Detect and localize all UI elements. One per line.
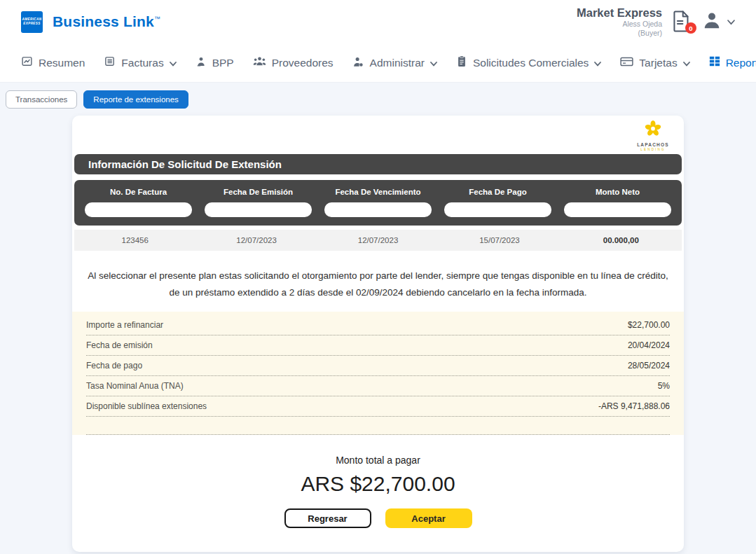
invoice-list-icon: [104, 55, 116, 70]
account-company: Market Express: [577, 6, 662, 20]
amex-logo-icon: AMERICAN EXPRESS: [21, 11, 43, 33]
chevron-down-icon: [170, 57, 177, 69]
disclaimer-text: Al seleccionar el presente plan estas so…: [81, 268, 676, 300]
nav-item-resumen[interactable]: Resumen: [21, 55, 85, 70]
cell-fecha-de-pago: 15/07/2023: [439, 236, 560, 244]
cell-no-de-factura: 123456: [74, 236, 195, 244]
chevron-down-icon: [683, 57, 690, 69]
detail-value: 28/05/2024: [628, 361, 670, 371]
account-info: Market Express Aless Ojeda (Buyer): [577, 6, 662, 39]
detail-value: 20/04/2024: [628, 340, 670, 350]
filter-fecha-de-emision-input[interactable]: [205, 202, 312, 217]
brand: AMERICAN EXPRESS Business Link™: [21, 11, 160, 33]
column-header: Monto Neto: [558, 188, 678, 196]
grid-icon: [709, 56, 720, 69]
user-avatar-icon: [701, 10, 722, 34]
filter-monto-neto-input[interactable]: [564, 202, 672, 217]
tab-reporte-de-extensiones[interactable]: Reporte de extensiones: [83, 90, 188, 109]
chart-icon: [21, 55, 33, 70]
vendor-name: LAPACHOS: [633, 142, 673, 147]
detail-value: 5%: [658, 381, 670, 391]
nav-item-reportes[interactable]: Reportes: [709, 56, 756, 69]
column-header: Fecha De Emisión: [198, 188, 318, 196]
total-block: Monto total a pagar ARS $22,700.00: [72, 455, 684, 496]
invoice-table-header: No. De Factura Fecha De Emisión Fecha De…: [74, 180, 682, 226]
detail-row-tna: Tasa Nominal Anua (TNA) 5%: [86, 376, 670, 396]
vendor-subtitle: LENDING: [633, 148, 673, 151]
account-user: Aless Ojeda: [577, 20, 662, 29]
filter-fecha-de-pago-input[interactable]: [444, 202, 552, 217]
column-header: Fecha De Vencimiento: [318, 188, 438, 196]
nav-item-proveedores[interactable]: Proveedores: [253, 55, 334, 70]
detail-row-fecha-emision: Fecha de emisión 20/04/2024: [86, 335, 670, 356]
detail-value: -ARS 9,471,888.06: [598, 401, 670, 411]
cell-fecha-de-vencimiento: 12/07/2023: [317, 236, 439, 244]
top-header: AMERICAN EXPRESS Business Link™ Market E…: [0, 0, 756, 43]
extension-details: Importe a refinanciar $22,700.00 Fecha d…: [72, 312, 684, 435]
total-label: Monto total a pagar: [72, 455, 684, 466]
nav-item-tarjetas[interactable]: Tarjetas: [620, 56, 689, 70]
tab-transacciones[interactable]: Transacciones: [6, 90, 77, 109]
filter-no-de-factura-input[interactable]: [85, 202, 193, 217]
person-manage-icon: [352, 56, 364, 70]
cell-monto-neto: 00.000,00: [561, 236, 682, 244]
notifications-button[interactable]: 0: [672, 11, 692, 33]
detail-label: Fecha de emisión: [86, 340, 153, 350]
filter-fecha-de-vencimiento-input[interactable]: [324, 202, 432, 217]
person-icon: [195, 56, 207, 70]
table-row: 123456 12/07/2023 12/07/2023 15/07/2023 …: [74, 230, 682, 251]
detail-row-disponible: Disponible sublínea extensiones -ARS 9,4…: [86, 396, 670, 417]
column-header: Fecha De Pago: [438, 188, 558, 196]
user-menu-button[interactable]: [701, 10, 735, 34]
nav-item-facturas[interactable]: Facturas: [104, 55, 176, 70]
detail-row-fecha-pago: Fecha de pago 28/05/2024: [86, 356, 670, 376]
cell-fecha-de-emision: 12/07/2023: [195, 236, 317, 244]
detail-row-importe: Importe a refinanciar $22,700.00: [86, 315, 670, 335]
detail-label: Disponible sublínea extensiones: [86, 401, 207, 411]
people-group-icon: [253, 55, 266, 70]
nav-item-bpp[interactable]: BPP: [195, 56, 234, 70]
detail-value: $22,700.00: [628, 320, 670, 330]
extension-request-card: LAPACHOS LENDING Información De Solicitu…: [72, 116, 684, 552]
clipboard-icon: [456, 55, 467, 70]
aceptar-button[interactable]: Aceptar: [385, 508, 472, 528]
chevron-down-icon: [430, 57, 437, 69]
detail-label: Fecha de pago: [86, 361, 142, 371]
detail-label: Importe a refinanciar: [86, 320, 163, 330]
regresar-button[interactable]: Regresar: [284, 508, 371, 528]
notification-badge: 0: [685, 22, 696, 34]
nav-item-solicitudes-comerciales[interactable]: Solicitudes Comerciales: [456, 55, 601, 70]
flower-icon: [640, 120, 666, 139]
total-amount: ARS $22,700.00: [72, 472, 684, 496]
detail-spacer: [86, 417, 670, 435]
column-header: No. De Factura: [78, 188, 198, 196]
credit-card-icon: [620, 56, 633, 70]
section-title: Información De Solicitud De Extensión: [88, 158, 282, 170]
section-title-bar: Información De Solicitud De Extensión: [74, 154, 682, 174]
main-nav: Resumen Facturas BPP Provee: [0, 43, 756, 83]
detail-label: Tasa Nominal Anua (TNA): [86, 381, 184, 391]
app-title: Business Link™: [53, 13, 160, 30]
chevron-down-icon: [727, 15, 735, 28]
chevron-down-icon: [594, 57, 601, 69]
lapachos-logo: LAPACHOS LENDING: [633, 120, 673, 151]
report-tabs: Transacciones Reporte de extensiones: [6, 90, 756, 109]
nav-item-administrar[interactable]: Administrar: [352, 56, 437, 70]
account-role: (Buyer): [577, 29, 662, 38]
